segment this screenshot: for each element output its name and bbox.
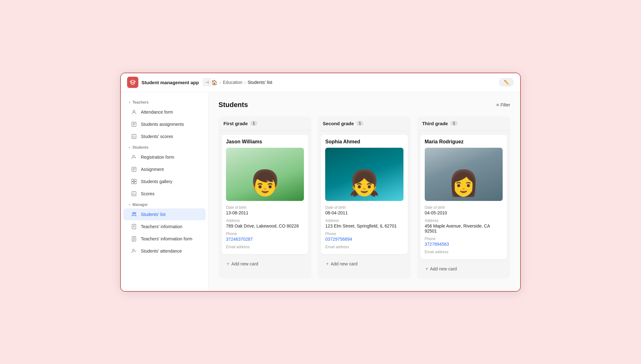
sidebar-label-registration-form: Registration form xyxy=(141,155,174,160)
student-name-jason: Jason Williams xyxy=(226,139,304,145)
app-title: Student management app xyxy=(141,80,199,85)
breadcrumb-sep-1: › xyxy=(219,80,221,85)
content-header: Students ≡ Filter xyxy=(218,101,510,109)
col-title-second-grade: Second grade xyxy=(323,121,354,126)
col-badge-second-grade: 1 xyxy=(356,121,364,126)
phone-label-jason: Phone xyxy=(226,232,304,236)
person-icon xyxy=(131,109,137,115)
student-card-jason: Jason Williams Date of birth 13-08-2011 … xyxy=(222,135,308,254)
collapse-icon: ⊣ xyxy=(205,80,209,85)
edit-button[interactable]: ✏️ xyxy=(499,78,514,87)
col-title-first-grade: First grade xyxy=(223,121,248,126)
page-title: Students xyxy=(218,101,248,109)
address-label-sophia: Address xyxy=(325,218,403,223)
chart-icon-1 xyxy=(131,133,137,140)
dob-label-maria: Date of birth xyxy=(425,205,503,210)
add-card-third-grade[interactable]: + Add new card xyxy=(420,263,462,275)
col-badge-third-grade: 1 xyxy=(450,121,458,126)
collapse-button[interactable]: ⊣ xyxy=(203,78,211,87)
phone-value-maria[interactable]: 3727894563 xyxy=(425,242,503,247)
app-window: Student management app ⊣ 🏠 › Education ›… xyxy=(120,73,521,292)
phone-label-maria: Phone xyxy=(425,237,503,241)
sidebar-item-teachers-information[interactable]: Teachers' information xyxy=(123,221,206,233)
kanban-col-first-grade: First grade 1 Jason Williams Date of bir… xyxy=(218,116,311,279)
student-name-maria: Maria Rodriguez xyxy=(425,139,503,145)
breadcrumb-sep-2: › xyxy=(244,80,246,85)
dob-label-sophia: Date of birth xyxy=(325,205,403,210)
student-name-sophia: Sophia Ahmed xyxy=(325,139,403,145)
sidebar-section-manager: Manager xyxy=(121,200,208,208)
svg-rect-18 xyxy=(132,182,134,184)
sidebar-item-students-list[interactable]: Students' list xyxy=(123,208,206,220)
svg-point-35 xyxy=(133,249,135,251)
doc-icon xyxy=(131,223,137,230)
student-card-sophia: Sophia Ahmed Date of birth 08-04-2011 Ad… xyxy=(321,135,408,254)
filter-button[interactable]: ≡ Filter xyxy=(496,102,510,107)
add-card-label-2: Add new card xyxy=(331,261,358,266)
sidebar-label-students-scores: Students' scores xyxy=(141,134,173,139)
add-card-first-grade[interactable]: + Add new card xyxy=(222,258,263,270)
sidebar-label-scores: Scores xyxy=(141,191,155,196)
svg-point-24 xyxy=(133,213,134,214)
sidebar-label-teachers-information-form: Teachers' information form xyxy=(141,236,192,241)
add-card-label-1: Add new card xyxy=(231,261,258,266)
col-header-first-grade: First grade 1 xyxy=(218,116,311,131)
email-label-sophia: Email address xyxy=(325,245,403,249)
sidebar-item-students-attendance[interactable]: Students' attendance xyxy=(123,245,206,257)
gallery-icon xyxy=(131,178,137,185)
sidebar-item-students-scores[interactable]: Students' scores xyxy=(123,131,206,142)
breadcrumb-section[interactable]: Education xyxy=(223,80,242,85)
sidebar-item-registration-form[interactable]: Registration form xyxy=(123,151,206,163)
sidebar-item-attendance-form[interactable]: Attendance form xyxy=(123,106,206,118)
phone-label-sophia: Phone xyxy=(325,232,403,236)
kanban-col-second-grade: Second grade 1 Sophia Ahmed Date of birt… xyxy=(318,116,411,279)
sidebar-item-students-assignments[interactable]: Students assignments xyxy=(123,118,206,130)
filter-icon: ≡ xyxy=(496,102,499,107)
dob-value-sophia: 08-04-2011 xyxy=(325,210,403,215)
sidebar-label-teachers-information: Teachers' information xyxy=(141,224,182,229)
person-add-icon xyxy=(131,154,137,160)
kanban-board: First grade 1 Jason Williams Date of bir… xyxy=(218,116,510,279)
svg-point-25 xyxy=(135,213,136,214)
col-header-third-grade: Third grade 1 xyxy=(417,116,510,131)
breadcrumb-current: Students' list xyxy=(248,80,272,85)
dob-label-jason: Date of birth xyxy=(226,205,304,210)
book-icon-1 xyxy=(131,121,137,127)
dob-value-maria: 04-05-2010 xyxy=(425,210,503,215)
kanban-col-third-grade: Third grade 1 Maria Rodriguez Date of bi… xyxy=(417,116,510,279)
sidebar-item-teachers-information-form[interactable]: Teachers' information form xyxy=(123,233,206,245)
svg-rect-19 xyxy=(134,182,136,184)
phone-value-sophia[interactable]: 03729756894 xyxy=(325,237,403,242)
address-value-maria: 456 Maple Avenue, Riverside, CA 92501 xyxy=(425,223,503,233)
student-photo-jason xyxy=(226,148,304,201)
address-value-sophia: 123 Elm Street, Springfield, IL 62701 xyxy=(325,223,403,228)
sidebar-label-students-assignments: Students assignments xyxy=(141,122,184,127)
sidebar-label-students-attendance: Students' attendance xyxy=(141,249,182,254)
add-icon-3: + xyxy=(425,266,428,272)
filter-label: Filter xyxy=(500,102,510,107)
col-badge-first-grade: 1 xyxy=(250,121,258,126)
sidebar-item-scores[interactable]: Scores xyxy=(123,188,206,200)
svg-point-0 xyxy=(133,110,135,112)
student-photo-maria xyxy=(425,148,503,201)
home-icon[interactable]: 🏠 xyxy=(211,79,218,85)
person-check-icon xyxy=(131,248,137,254)
svg-point-9 xyxy=(133,155,135,157)
sidebar-section-students: Students xyxy=(121,143,208,151)
add-card-second-grade[interactable]: + Add new card xyxy=(321,258,362,270)
address-label-maria: Address xyxy=(425,218,503,223)
chart-icon-2 xyxy=(131,191,137,197)
titlebar: Student management app ⊣ 🏠 › Education ›… xyxy=(121,73,520,92)
phone-value-jason[interactable]: 37246370287 xyxy=(226,237,304,242)
content-area: Students ≡ Filter First grade 1 Jason Wi… xyxy=(208,92,520,291)
breadcrumb: 🏠 › Education › Students' list xyxy=(211,79,499,85)
add-icon-2: + xyxy=(326,261,329,267)
col-title-third-grade: Third grade xyxy=(422,121,448,126)
svg-rect-16 xyxy=(132,179,134,181)
edit-icon: ✏️ xyxy=(504,80,509,85)
sidebar-item-assignment[interactable]: Assignment xyxy=(123,163,206,175)
address-label-jason: Address xyxy=(226,218,304,223)
student-photo-sophia xyxy=(325,148,403,201)
sidebar-item-students-gallery[interactable]: Students gallery xyxy=(123,176,206,187)
address-value-jason: 789 Oak Drive, Lakewood, CO 80226 xyxy=(226,223,304,228)
